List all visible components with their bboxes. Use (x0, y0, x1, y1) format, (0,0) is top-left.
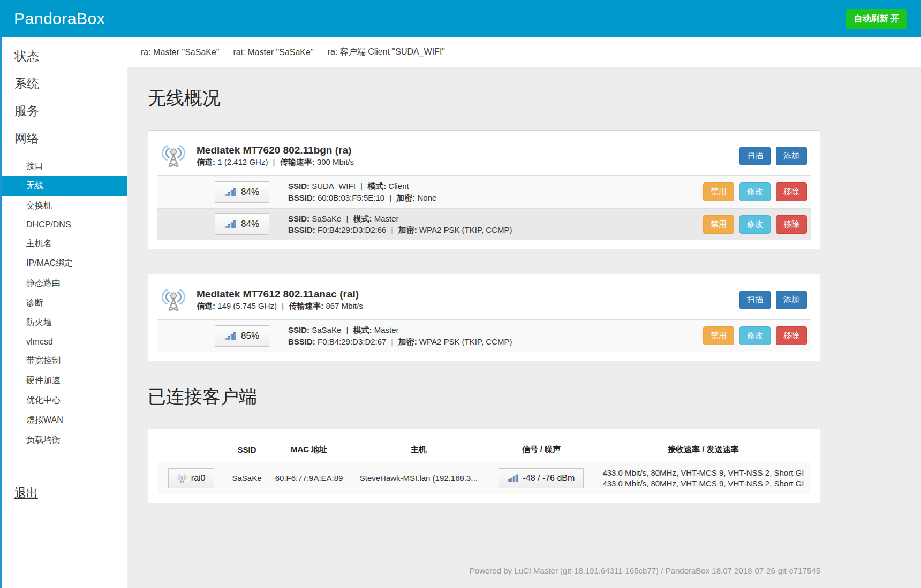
sidebar-item-optimization-center[interactable]: 优化中心 (2, 391, 127, 410)
bitrate-label: 传输速率: (280, 157, 315, 166)
antenna-icon (177, 474, 187, 483)
app-root: PandoraBox 自动刷新 开 状态 系统 服务 网络 接口 无线 交换机 … (0, 0, 921, 588)
sidebar-item-dhcp-dns[interactable]: DHCP/DNS (2, 216, 127, 234)
scan-button[interactable]: 扫描 (739, 291, 771, 309)
add-button[interactable]: 添加 (776, 291, 807, 309)
footer-text: Powered by LuCI Master (git-18.191.64311… (148, 555, 820, 588)
sidebar-item-bandwidth-control[interactable]: 带宽控制 (2, 351, 127, 371)
channel-value: 1 (2.412 GHz) (217, 157, 268, 166)
edit-button[interactable]: 修改 (739, 215, 771, 234)
device-card-ra: Mediatek MT7620 802.11bgn (ra) 信道: 1 (2.… (148, 130, 820, 249)
remove-button[interactable]: 移除 (776, 326, 807, 345)
mode-value: Master (374, 214, 399, 223)
signal-meter: 84% (215, 181, 269, 203)
disable-button[interactable]: 禁用 (703, 326, 734, 345)
network-info: SSID: SUDA_WIFI | 模式: Client BSSID: 60:0… (288, 180, 436, 204)
bssid-value: F0:B4:29:D3:D2:66 (318, 225, 386, 234)
sidebar-item-static-routes[interactable]: 静态路由 (2, 273, 127, 293)
sidebar-item-firewall[interactable]: 防火墙 (2, 313, 127, 333)
mode-label: 模式: (353, 214, 372, 223)
device-header-ra: Mediatek MT7620 802.11bgn (ra) 信道: 1 (2.… (157, 139, 811, 175)
device-meta: 信道: 149 (5.745 GHz) | 传输速率: 867 Mbit/s (197, 301, 363, 311)
channel-label: 信道: (197, 157, 215, 166)
client-ssid: SaSaKe (225, 462, 268, 494)
network-actions: 禁用 修改 移除 (703, 215, 807, 234)
disable-button[interactable]: 禁用 (703, 182, 734, 201)
main-layout: 状态 系统 服务 网络 接口 无线 交换机 DHCP/DNS 主机名 IP/MA… (0, 37, 921, 588)
device-meta: 信道: 1 (2.412 GHz) | 传输速率: 300 Mbit/s (197, 157, 354, 167)
encryption-label: 加密: (398, 337, 417, 346)
sidebar-item-system[interactable]: 系统 (2, 70, 127, 97)
ssid-line: SSID: SaSaKe | 模式: Master (288, 213, 512, 225)
encryption-value: None (418, 193, 437, 202)
channel-label: 信道: (197, 301, 215, 310)
separator: | (389, 193, 391, 202)
clients-title: 已连接客户端 (148, 385, 921, 409)
sidebar-item-hostname[interactable]: 主机名 (2, 234, 127, 254)
logout-link[interactable]: 退出 (14, 486, 38, 500)
bssid-label: BSSID: (288, 225, 315, 234)
separator: | (391, 337, 394, 346)
mode-label: 模式: (367, 181, 386, 190)
scan-button[interactable]: 扫描 (739, 147, 771, 165)
network-row-sasake-5g: 85% SSID: SaSaKe | 模式: Master BSS (157, 319, 811, 352)
bssid-line: BSSID: F0:B4:29:D3:D2:67 | 加密: WPA2 PSK … (288, 336, 512, 348)
logout-wrap: 退出 (2, 485, 127, 501)
encryption-label: 加密: (396, 193, 415, 202)
client-iface-badge: rai0 (168, 468, 215, 488)
wifi-device-icon (161, 143, 186, 168)
remove-button[interactable]: 移除 (776, 182, 807, 201)
network-row-suda-wifi: 84% SSID: SUDA_WIFI | 模式: Client (157, 175, 811, 208)
network-submenu: 接口 无线 交换机 DHCP/DNS 主机名 IP/MAC绑定 静态路由 诊断 … (2, 156, 127, 450)
sidebar-item-virtual-wan[interactable]: 虚拟WAN (2, 410, 127, 430)
device-title: Mediatek MT7612 802.11anac (rai) (197, 288, 363, 300)
bssid-line: BSSID: F0:B4:29:D3:D2:66 | 加密: WPA2 PSK … (288, 224, 512, 236)
mode-value: Client (388, 181, 409, 190)
sidebar-item-switch[interactable]: 交换机 (2, 196, 127, 216)
sidebar-item-vlmcsd[interactable]: vlmcsd (2, 333, 127, 351)
separator: | (391, 225, 394, 234)
encryption-value: WPA2 PSK (TKIP, CCMP) (419, 225, 512, 234)
auto-refresh-toggle[interactable]: 自动刷新 开 (846, 9, 907, 29)
ssid-label: SSID: (288, 325, 309, 334)
bitrate-label: 传输速率: (289, 301, 323, 310)
tab-rai-master[interactable]: rai: Master "SaSaKe" (227, 42, 321, 63)
sidebar-item-status[interactable]: 状态 (2, 43, 127, 70)
signal-percent: 84% (241, 219, 259, 230)
separator: | (346, 325, 348, 334)
sidebar-item-ip-mac-binding[interactable]: IP/MAC绑定 (2, 254, 127, 273)
signal-bars-icon (225, 332, 237, 340)
tab-ra-master[interactable]: ra: Master "SaSaKe" (134, 42, 227, 63)
sidebar-item-services[interactable]: 服务 (2, 97, 127, 125)
col-ssid: SSID (225, 438, 268, 462)
sidebar-item-diagnostics[interactable]: 诊断 (2, 293, 127, 313)
signal-bars-icon (225, 220, 237, 228)
add-button[interactable]: 添加 (776, 147, 807, 165)
bssid-label: BSSID: (288, 337, 315, 346)
sidebar-item-interfaces[interactable]: 接口 (2, 156, 127, 176)
device-card-rai: Mediatek MT7612 802.11anac (rai) 信道: 149… (148, 274, 820, 361)
device-titles: Mediatek MT7620 802.11bgn (ra) 信道: 1 (2.… (197, 144, 354, 167)
disable-button[interactable]: 禁用 (703, 215, 734, 234)
col-signal: 信号 / 噪声 (487, 438, 595, 462)
edit-button[interactable]: 修改 (739, 326, 771, 345)
remove-button[interactable]: 移除 (776, 215, 807, 234)
separator: | (273, 157, 275, 166)
sidebar-item-load-balancing[interactable]: 负载均衡 (2, 430, 127, 450)
sidebar-item-network[interactable]: 网络 (2, 125, 127, 152)
edit-button[interactable]: 修改 (739, 182, 771, 201)
bssid-value: F0:B4:29:D3:D2:67 (318, 337, 386, 346)
network-actions: 禁用 修改 移除 (703, 182, 807, 201)
client-iface: rai0 (191, 474, 206, 483)
col-host: 主机 (350, 438, 487, 462)
wifi-tabbar: ra: Master "SaSaKe" rai: Master "SaSaKe"… (127, 37, 921, 67)
signal-bars-icon (508, 474, 518, 482)
encryption-value: WPA2 PSK (TKIP, CCMP) (419, 337, 512, 346)
sidebar-item-hw-acceleration[interactable]: 硬件加速 (2, 371, 127, 391)
network-info: SSID: SaSaKe | 模式: Master BSSID: F0:B4:2… (288, 324, 512, 348)
tab-ra-client[interactable]: ra: 客户端 Client "SUDA_WIFI" (321, 41, 452, 63)
mode-label: 模式: (353, 325, 372, 334)
col-rates: 接收速率 / 发送速率 (595, 438, 811, 462)
separator: | (346, 214, 348, 223)
sidebar-item-wireless[interactable]: 无线 (2, 176, 127, 196)
